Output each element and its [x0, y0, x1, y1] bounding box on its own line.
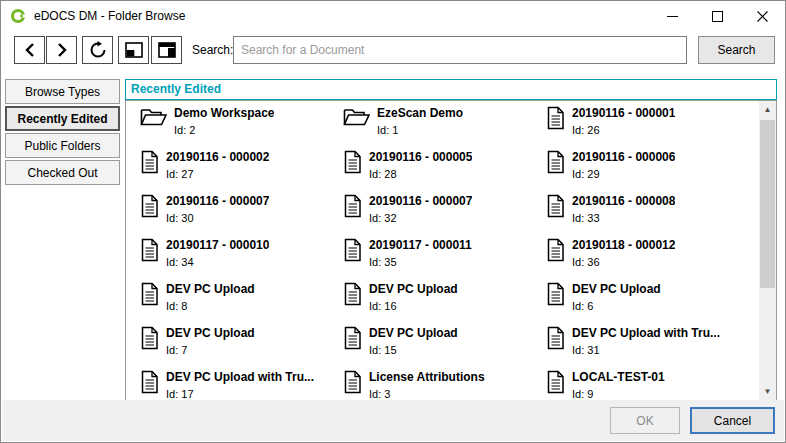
item-text: 20190116 - 000007 Id: 32: [369, 194, 472, 225]
document-icon: [343, 370, 362, 397]
document-icon: [140, 194, 159, 221]
sidebar-item-recently-edited[interactable]: Recently Edited: [5, 106, 120, 131]
vertical-scrollbar[interactable]: ▲ ▼: [759, 101, 776, 400]
refresh-button[interactable]: [82, 36, 113, 64]
document-icon: [343, 238, 362, 265]
close-icon: [757, 11, 768, 22]
list-item[interactable]: 20190116 - 000008 Id: 33: [546, 194, 741, 227]
list-item[interactable]: 20190117 - 000011 Id: 35: [343, 238, 538, 271]
list-item[interactable]: DEV PC Upload Id: 7: [140, 326, 335, 359]
sidebar-item-checked-out[interactable]: Checked Out: [5, 160, 120, 185]
item-name: 20190117 - 000011: [369, 238, 472, 253]
item-id: Id: 6: [572, 300, 661, 313]
item-text: 20190116 - 000007 Id: 30: [166, 194, 269, 225]
list-item[interactable]: DEV PC Upload Id: 15: [343, 326, 538, 359]
item-id: Id: 32: [369, 212, 472, 225]
sidebar-item-browse-types[interactable]: Browse Types: [5, 79, 120, 104]
document-icon: [343, 326, 362, 353]
item-name: 20190116 - 000007: [166, 194, 269, 209]
item-name: 20190117 - 000010: [166, 238, 269, 253]
list-item[interactable]: 20190116 - 000007 Id: 32: [343, 194, 538, 227]
list-item[interactable]: DEV PC Upload Id: 8: [140, 282, 335, 315]
item-id: Id: 16: [369, 300, 458, 313]
item-id: Id: 15: [369, 344, 458, 357]
search-button[interactable]: Search: [698, 36, 775, 64]
item-text: 20190116 - 000001 Id: 26: [572, 106, 675, 137]
item-name: Demo Workspace: [174, 106, 274, 121]
minimize-button[interactable]: [650, 1, 695, 31]
scrollbar-thumb[interactable]: [760, 120, 775, 288]
toolbar: Search: Search: [1, 36, 785, 65]
item-name: DEV PC Upload: [572, 282, 661, 297]
item-text: DEV PC Upload Id: 16: [369, 282, 458, 313]
list-item[interactable]: 20190117 - 000010 Id: 34: [140, 238, 335, 271]
forward-button[interactable]: [46, 36, 77, 64]
document-icon: [343, 150, 362, 177]
list-item[interactable]: DEV PC Upload with Tru... Id: 31: [546, 326, 741, 359]
sidebar-item-public-folders[interactable]: Public Folders: [5, 133, 120, 158]
item-text: DEV PC Upload with Tru... Id: 31: [572, 326, 720, 357]
document-icon: [546, 238, 565, 265]
maximize-icon: [712, 11, 723, 22]
minimize-icon: [667, 11, 678, 22]
list-item[interactable]: License Attributions Id: 3: [343, 370, 538, 401]
item-text: DEV PC Upload with Tru... Id: 17: [166, 370, 314, 401]
document-icon: [546, 326, 565, 353]
maximize-button[interactable]: [695, 1, 740, 31]
list-item[interactable]: 20190116 - 000007 Id: 30: [140, 194, 335, 227]
item-name: DEV PC Upload with Tru...: [572, 326, 720, 341]
search-label: Search:: [192, 43, 233, 57]
scroll-down-icon[interactable]: ▼: [759, 383, 776, 400]
document-icon: [140, 326, 159, 353]
item-id: Id: 33: [572, 212, 675, 225]
list-item[interactable]: 20190116 - 000001 Id: 26: [546, 106, 741, 139]
list-header: Recently Edited: [125, 79, 777, 100]
list-item[interactable]: 20190116 - 000006 Id: 29: [546, 150, 741, 183]
edocs-logo-icon: [10, 8, 26, 24]
document-icon: [140, 370, 159, 397]
scroll-up-icon[interactable]: ▲: [759, 101, 776, 118]
item-text: LOCAL-TEST-01 Id: 9: [572, 370, 665, 401]
list-item[interactable]: DEV PC Upload Id: 6: [546, 282, 741, 315]
item-text: DEV PC Upload Id: 6: [572, 282, 661, 313]
item-name: DEV PC Upload: [166, 282, 255, 297]
search-input[interactable]: [233, 36, 687, 64]
item-id: Id: 7: [166, 344, 255, 357]
window-split-bottom-left-button[interactable]: [118, 36, 149, 64]
window-controls: [650, 1, 785, 31]
window-split-right-icon: [158, 42, 176, 58]
item-name: 20190116 - 000001: [572, 106, 675, 121]
ok-button[interactable]: OK: [610, 407, 680, 434]
back-button[interactable]: [14, 36, 45, 64]
item-grid: Demo Workspace Id: 2 EzeScan Demo Id: 1: [140, 106, 752, 401]
list-item[interactable]: 20190118 - 000012 Id: 36: [546, 238, 741, 271]
window-split-right-button[interactable]: [151, 36, 182, 64]
document-icon: [546, 106, 565, 133]
item-name: 20190116 - 000007: [369, 194, 472, 209]
list-item[interactable]: DEV PC Upload Id: 16: [343, 282, 538, 315]
cancel-button[interactable]: Cancel: [690, 407, 775, 434]
chevron-right-icon: [55, 42, 69, 58]
item-name: License Attributions: [369, 370, 485, 385]
close-button[interactable]: [740, 1, 785, 31]
list-item[interactable]: EzeScan Demo Id: 1: [343, 106, 538, 139]
document-icon: [140, 150, 159, 177]
item-id: Id: 2: [174, 124, 274, 137]
item-id: Id: 34: [166, 256, 269, 269]
item-name: 20190116 - 000008: [572, 194, 675, 209]
item-name: DEV PC Upload: [369, 326, 458, 341]
dialog-window: eDOCS DM - Folder Browse: [0, 0, 786, 443]
list-item[interactable]: Demo Workspace Id: 2: [140, 106, 335, 139]
document-icon: [546, 150, 565, 177]
window-split-bottom-left-icon: [125, 42, 143, 58]
item-text: Demo Workspace Id: 2: [174, 106, 274, 137]
item-text: 20190116 - 000005 Id: 28: [369, 150, 472, 181]
list-item[interactable]: LOCAL-TEST-01 Id: 9: [546, 370, 741, 401]
list-item[interactable]: 20190116 - 000002 Id: 27: [140, 150, 335, 183]
list-item[interactable]: DEV PC Upload with Tru... Id: 17: [140, 370, 335, 401]
folder-icon: [343, 106, 370, 130]
item-text: 20190117 - 000011 Id: 35: [369, 238, 472, 269]
item-text: 20190116 - 000002 Id: 27: [166, 150, 269, 181]
list-item[interactable]: 20190116 - 000005 Id: 28: [343, 150, 538, 183]
item-text: DEV PC Upload Id: 15: [369, 326, 458, 357]
